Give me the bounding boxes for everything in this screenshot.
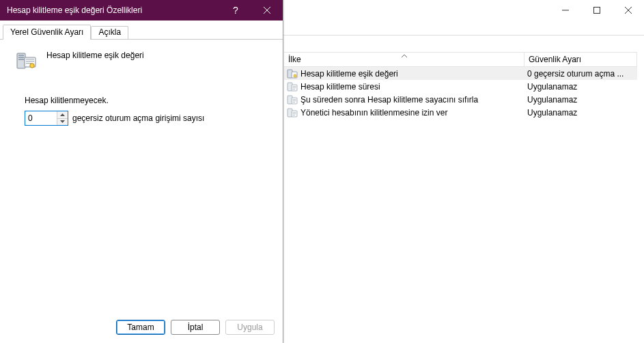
column-header-policy-label: İlke <box>288 55 301 64</box>
close-button[interactable] <box>613 0 644 20</box>
svg-rect-26 <box>18 57 24 58</box>
close-icon <box>264 7 270 14</box>
tab-explain[interactable]: Açıkla <box>91 26 128 39</box>
svg-point-32 <box>30 64 34 68</box>
dialog-button-row: Tamam İptal Uygula <box>0 313 283 343</box>
svg-rect-31 <box>26 63 31 64</box>
svg-rect-21 <box>293 115 296 115</box>
cancel-button[interactable]: İptal <box>171 320 220 335</box>
help-icon: ? <box>233 5 238 16</box>
tab-label: Açıkla <box>98 27 121 37</box>
svg-rect-19 <box>293 112 296 113</box>
svg-point-6 <box>294 74 296 77</box>
policy-item-icon <box>287 81 298 92</box>
minimize-icon <box>562 7 569 14</box>
tab-label: Yerel Güvenlik Ayarı <box>10 27 83 37</box>
sort-indicator-icon <box>402 50 407 59</box>
tab-local-security-setting[interactable]: Yerel Güvenlik Ayarı <box>3 25 91 39</box>
chevron-up-icon <box>60 113 65 116</box>
dialog-close-button[interactable] <box>251 0 283 20</box>
parent-system-buttons <box>550 0 644 20</box>
close-icon <box>625 7 632 14</box>
policy-item-icon <box>287 68 298 79</box>
svg-rect-20 <box>293 113 296 114</box>
svg-rect-16 <box>293 102 296 102</box>
svg-rect-27 <box>18 59 24 60</box>
policy-item-icon <box>287 94 298 105</box>
maximize-icon <box>593 7 600 14</box>
lockout-hint: Hesap kilitlenmeyecek. <box>25 96 272 105</box>
policy-icon <box>15 49 37 71</box>
setting-cell: Uygulanamaz <box>524 95 637 105</box>
svg-rect-29 <box>26 59 34 59</box>
button-label: Tamam <box>127 323 154 332</box>
chevron-down-icon <box>60 120 65 123</box>
table-row[interactable]: Hesap kilitleme eşik değeri0 geçersiz ot… <box>284 67 637 80</box>
svg-rect-30 <box>26 61 34 61</box>
list-header: İlke Güvenlik Ayarı <box>284 52 637 67</box>
svg-rect-9 <box>293 86 296 87</box>
column-header-policy[interactable]: İlke <box>284 53 524 66</box>
toolbar-divider <box>283 35 644 36</box>
apply-button: Uygula <box>225 320 275 335</box>
table-row[interactable]: Yönetici hesabının kilitlenmesine izin v… <box>284 106 637 119</box>
setting-cell: Uygulanamaz <box>524 108 637 118</box>
maximize-button[interactable] <box>581 0 613 20</box>
dialog-titlebar[interactable]: Hesap kilitleme eşik değeri Özellikleri … <box>0 0 283 20</box>
tabstrip: Yerel Güvenlik Ayarı Açıkla <box>0 20 283 40</box>
svg-rect-14 <box>293 99 296 100</box>
properties-dialog: Hesap kilitleme eşik değeri Özellikleri … <box>0 0 283 343</box>
table-row[interactable]: Hesap kilitleme süresiUygulanamaz <box>284 80 637 93</box>
policy-list: İlke Güvenlik Ayarı Hesap kilitleme eşik… <box>284 52 637 336</box>
policy-item-icon <box>287 107 298 118</box>
spinner-up-button[interactable] <box>57 111 68 119</box>
minimize-button[interactable] <box>550 0 581 20</box>
spinner-down-button[interactable] <box>57 119 68 126</box>
policy-cell: Yönetici hesabının kilitlenmesine izin v… <box>284 107 524 118</box>
svg-rect-25 <box>18 55 24 56</box>
threshold-row: geçersiz oturum açma girişimi sayısı <box>25 111 272 126</box>
help-button[interactable]: ? <box>220 0 251 20</box>
button-label: Uygula <box>237 323 262 332</box>
list-body: Hesap kilitleme eşik değeri0 geçersiz ot… <box>284 67 637 119</box>
policy-cell-label: Hesap kilitleme eşik değeri <box>300 69 398 79</box>
policy-name: Hesap kilitleme eşik değeri <box>46 51 144 60</box>
threshold-caption: geçersiz oturum açma girişimi sayısı <box>72 113 204 123</box>
setting-cell: Uygulanamaz <box>524 82 637 92</box>
column-header-setting-label: Güvenlik Ayarı <box>529 55 581 64</box>
table-row[interactable]: Şu süreden sonra Hesap kilitleme sayacın… <box>284 93 637 106</box>
svg-marker-34 <box>60 120 65 123</box>
policy-cell: Şu süreden sonra Hesap kilitleme sayacın… <box>284 94 524 105</box>
column-header-setting[interactable]: Güvenlik Ayarı <box>524 53 637 66</box>
svg-rect-1 <box>594 8 600 14</box>
policy-cell-label: Şu süreden sonra Hesap kilitleme sayacın… <box>300 95 478 105</box>
svg-rect-11 <box>293 89 296 90</box>
policy-cell-label: Yönetici hesabının kilitlenmesine izin v… <box>300 108 447 118</box>
policy-header: Hesap kilitleme eşik değeri <box>11 49 272 71</box>
dialog-body: Hesap kilitleme eşik değeri Hesap kilitl… <box>0 40 283 313</box>
svg-rect-15 <box>293 100 296 101</box>
spinner-buttons <box>57 111 68 125</box>
button-label: İptal <box>188 323 204 332</box>
policy-cell: Hesap kilitleme süresi <box>284 81 524 92</box>
svg-rect-10 <box>293 87 296 88</box>
policy-cell: Hesap kilitleme eşik değeri <box>284 68 524 79</box>
setting-cell: 0 geçersiz oturum açma ... <box>524 69 637 79</box>
threshold-spinner[interactable] <box>25 111 68 126</box>
svg-marker-33 <box>60 113 65 116</box>
dialog-title: Hesap kilitleme eşik değeri Özellikleri <box>0 5 220 15</box>
ok-button[interactable]: Tamam <box>116 320 165 335</box>
policy-cell-label: Hesap kilitleme süresi <box>300 82 380 92</box>
threshold-input[interactable] <box>25 111 57 125</box>
